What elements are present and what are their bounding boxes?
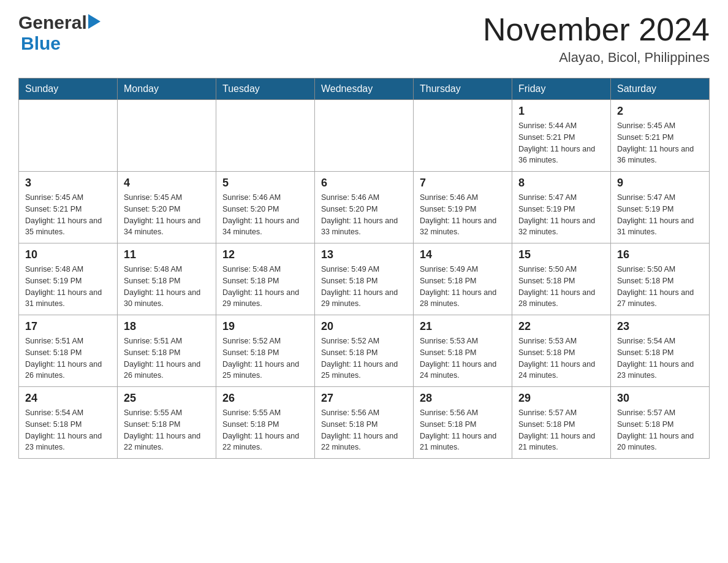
day-number: 19 — [222, 320, 308, 333]
day-number: 8 — [518, 177, 604, 190]
calendar-cell: 24Sunrise: 5:54 AMSunset: 5:18 PMDayligh… — [19, 387, 118, 459]
day-number: 22 — [518, 320, 604, 333]
day-number: 9 — [617, 177, 703, 190]
day-info: Sunrise: 5:49 AMSunset: 5:18 PMDaylight:… — [321, 264, 407, 310]
day-info: Sunrise: 5:44 AMSunset: 5:21 PMDaylight:… — [518, 120, 604, 166]
calendar-cell: 13Sunrise: 5:49 AMSunset: 5:18 PMDayligh… — [315, 243, 414, 315]
day-number: 23 — [617, 320, 703, 333]
calendar-cell: 9Sunrise: 5:47 AMSunset: 5:19 PMDaylight… — [611, 172, 710, 243]
week-row-4: 17Sunrise: 5:51 AMSunset: 5:18 PMDayligh… — [19, 315, 710, 387]
day-info: Sunrise: 5:57 AMSunset: 5:18 PMDaylight:… — [518, 407, 604, 453]
calendar-cell: 16Sunrise: 5:50 AMSunset: 5:18 PMDayligh… — [611, 243, 710, 315]
calendar-cell: 14Sunrise: 5:49 AMSunset: 5:18 PMDayligh… — [414, 243, 512, 315]
calendar-cell: 25Sunrise: 5:55 AMSunset: 5:18 PMDayligh… — [118, 387, 216, 459]
day-info: Sunrise: 5:53 AMSunset: 5:18 PMDaylight:… — [420, 335, 506, 381]
calendar-cell: 21Sunrise: 5:53 AMSunset: 5:18 PMDayligh… — [414, 315, 512, 387]
calendar-cell: 6Sunrise: 5:46 AMSunset: 5:20 PMDaylight… — [315, 172, 414, 243]
day-number: 25 — [124, 392, 210, 405]
calendar-cell: 28Sunrise: 5:56 AMSunset: 5:18 PMDayligh… — [414, 387, 512, 459]
day-number: 28 — [420, 392, 506, 405]
weekday-header-tuesday: Tuesday — [216, 79, 315, 100]
weekday-header-friday: Friday — [512, 79, 611, 100]
day-info: Sunrise: 5:54 AMSunset: 5:18 PMDaylight:… — [25, 407, 111, 453]
calendar-cell: 20Sunrise: 5:52 AMSunset: 5:18 PMDayligh… — [315, 315, 414, 387]
calendar-cell: 8Sunrise: 5:47 AMSunset: 5:19 PMDaylight… — [512, 172, 611, 243]
page-header: General Blue November 2024 Alayao, Bicol… — [18, 12, 710, 66]
calendar-cell: 11Sunrise: 5:48 AMSunset: 5:18 PMDayligh… — [118, 243, 216, 315]
title-block: November 2024 Alayao, Bicol, Philippines — [483, 12, 710, 66]
weekday-header-row: SundayMondayTuesdayWednesdayThursdayFrid… — [19, 79, 710, 100]
day-info: Sunrise: 5:45 AMSunset: 5:21 PMDaylight:… — [617, 120, 703, 166]
day-number: 14 — [420, 248, 506, 261]
day-number: 21 — [420, 320, 506, 333]
day-number: 16 — [617, 248, 703, 261]
week-row-1: 1Sunrise: 5:44 AMSunset: 5:21 PMDaylight… — [19, 100, 710, 172]
calendar-cell: 23Sunrise: 5:54 AMSunset: 5:18 PMDayligh… — [611, 315, 710, 387]
day-number: 10 — [25, 248, 111, 261]
day-info: Sunrise: 5:47 AMSunset: 5:19 PMDaylight:… — [518, 192, 604, 238]
day-info: Sunrise: 5:51 AMSunset: 5:18 PMDaylight:… — [25, 335, 111, 381]
calendar-cell: 7Sunrise: 5:46 AMSunset: 5:19 PMDaylight… — [414, 172, 512, 243]
calendar-cell — [118, 100, 216, 172]
day-number: 17 — [25, 320, 111, 333]
day-number: 29 — [518, 392, 604, 405]
logo-triangle-icon — [88, 14, 100, 31]
day-info: Sunrise: 5:48 AMSunset: 5:19 PMDaylight:… — [25, 264, 111, 310]
month-title: November 2024 — [483, 12, 710, 47]
day-info: Sunrise: 5:54 AMSunset: 5:18 PMDaylight:… — [617, 335, 703, 381]
calendar-cell: 26Sunrise: 5:55 AMSunset: 5:18 PMDayligh… — [216, 387, 315, 459]
day-info: Sunrise: 5:57 AMSunset: 5:18 PMDaylight:… — [617, 407, 703, 453]
calendar-cell: 12Sunrise: 5:48 AMSunset: 5:18 PMDayligh… — [216, 243, 315, 315]
day-info: Sunrise: 5:49 AMSunset: 5:18 PMDaylight:… — [420, 264, 506, 310]
calendar-cell: 3Sunrise: 5:45 AMSunset: 5:21 PMDaylight… — [19, 172, 118, 243]
calendar-cell: 17Sunrise: 5:51 AMSunset: 5:18 PMDayligh… — [19, 315, 118, 387]
day-number: 2 — [617, 105, 703, 118]
calendar-cell: 1Sunrise: 5:44 AMSunset: 5:21 PMDaylight… — [512, 100, 611, 172]
calendar-cell: 18Sunrise: 5:51 AMSunset: 5:18 PMDayligh… — [118, 315, 216, 387]
calendar-cell — [19, 100, 118, 172]
day-number: 15 — [518, 248, 604, 261]
calendar-cell: 30Sunrise: 5:57 AMSunset: 5:18 PMDayligh… — [611, 387, 710, 459]
day-number: 24 — [25, 392, 111, 405]
day-info: Sunrise: 5:50 AMSunset: 5:18 PMDaylight:… — [518, 264, 604, 310]
day-info: Sunrise: 5:56 AMSunset: 5:18 PMDaylight:… — [420, 407, 506, 453]
day-info: Sunrise: 5:48 AMSunset: 5:18 PMDaylight:… — [124, 264, 210, 310]
day-number: 5 — [222, 177, 308, 190]
calendar-cell: 22Sunrise: 5:53 AMSunset: 5:18 PMDayligh… — [512, 315, 611, 387]
day-number: 11 — [124, 248, 210, 261]
day-info: Sunrise: 5:45 AMSunset: 5:21 PMDaylight:… — [25, 192, 111, 238]
day-number: 1 — [518, 105, 604, 118]
day-number: 20 — [321, 320, 407, 333]
calendar-table: SundayMondayTuesdayWednesdayThursdayFrid… — [18, 78, 710, 459]
weekday-header-monday: Monday — [118, 79, 216, 100]
day-info: Sunrise: 5:56 AMSunset: 5:18 PMDaylight:… — [321, 407, 407, 453]
logo: General Blue — [18, 12, 100, 54]
day-info: Sunrise: 5:46 AMSunset: 5:20 PMDaylight:… — [321, 192, 407, 238]
weekday-header-saturday: Saturday — [611, 79, 710, 100]
logo-general-text: General — [18, 12, 87, 33]
day-number: 13 — [321, 248, 407, 261]
day-number: 27 — [321, 392, 407, 405]
day-number: 7 — [420, 177, 506, 190]
day-info: Sunrise: 5:53 AMSunset: 5:18 PMDaylight:… — [518, 335, 604, 381]
day-info: Sunrise: 5:45 AMSunset: 5:20 PMDaylight:… — [124, 192, 210, 238]
day-info: Sunrise: 5:47 AMSunset: 5:19 PMDaylight:… — [617, 192, 703, 238]
calendar-cell — [216, 100, 315, 172]
week-row-5: 24Sunrise: 5:54 AMSunset: 5:18 PMDayligh… — [19, 387, 710, 459]
day-number: 3 — [25, 177, 111, 190]
day-info: Sunrise: 5:52 AMSunset: 5:18 PMDaylight:… — [321, 335, 407, 381]
day-info: Sunrise: 5:52 AMSunset: 5:18 PMDaylight:… — [222, 335, 308, 381]
calendar-cell: 27Sunrise: 5:56 AMSunset: 5:18 PMDayligh… — [315, 387, 414, 459]
day-info: Sunrise: 5:46 AMSunset: 5:19 PMDaylight:… — [420, 192, 506, 238]
calendar-cell: 29Sunrise: 5:57 AMSunset: 5:18 PMDayligh… — [512, 387, 611, 459]
week-row-3: 10Sunrise: 5:48 AMSunset: 5:19 PMDayligh… — [19, 243, 710, 315]
week-row-2: 3Sunrise: 5:45 AMSunset: 5:21 PMDaylight… — [19, 172, 710, 243]
day-info: Sunrise: 5:48 AMSunset: 5:18 PMDaylight:… — [222, 264, 308, 310]
day-number: 12 — [222, 248, 308, 261]
calendar-cell — [414, 100, 512, 172]
calendar-cell: 10Sunrise: 5:48 AMSunset: 5:19 PMDayligh… — [19, 243, 118, 315]
calendar-cell: 15Sunrise: 5:50 AMSunset: 5:18 PMDayligh… — [512, 243, 611, 315]
calendar-cell: 19Sunrise: 5:52 AMSunset: 5:18 PMDayligh… — [216, 315, 315, 387]
weekday-header-wednesday: Wednesday — [315, 79, 414, 100]
day-number: 4 — [124, 177, 210, 190]
